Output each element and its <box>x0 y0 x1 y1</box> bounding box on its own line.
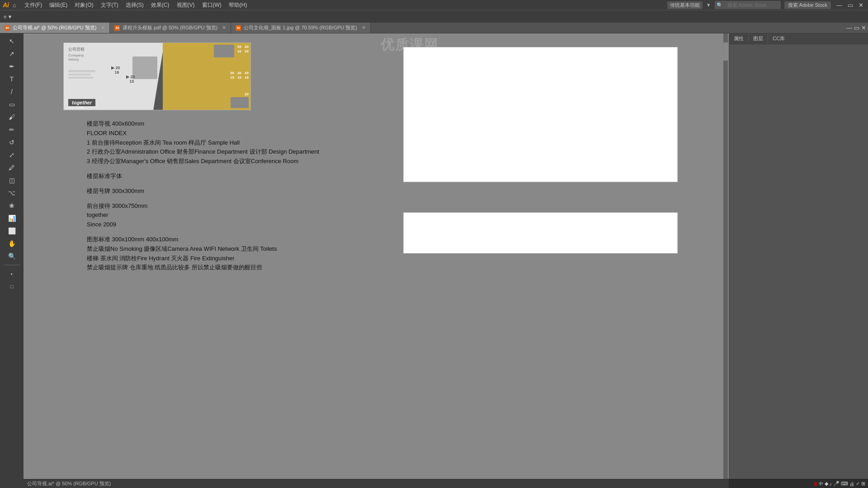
text-signs-list-2: 楼梯 茶水间 消防栓Fire Hydrant 灭火器 Fire Extingui… <box>87 254 408 263</box>
preview-year-2019: 2019 <box>237 71 241 80</box>
tab-bar: Ai 公司导视.ai* @ 50% (RGB/GPU 预览) ✕ Ai 课程片头… <box>0 23 868 33</box>
rotate-tool[interactable]: ↺ <box>2 136 22 148</box>
tab-bar-maximize[interactable]: ▭ <box>854 24 859 31</box>
tab-3[interactable]: Ai 公司文化墙_面板 1.jpg @ 70.59% (RGB/GPU 预览) … <box>231 23 371 33</box>
canvas-content: 优质课网 公司历程 Company history <box>24 33 728 488</box>
text-together: together <box>87 211 408 220</box>
preview-photo-top <box>214 45 234 57</box>
text-floor-index-en: FLOOR INDEX <box>87 129 408 138</box>
scale-tool[interactable]: ⤢ <box>2 149 22 161</box>
preview-year-2015: 2015 <box>230 71 234 80</box>
preview-year-2020: 2020 <box>245 45 249 53</box>
text-signs-note: 禁止吸烟提示牌 仓库重地 纸质品比较多 所以禁止吸烟要做的醒目些 <box>87 263 408 272</box>
right-panel-tabs: 属性 图层 CC库 <box>729 33 868 44</box>
text-floor-3: 3 经理办公室Manager's Office 销售部Sales Departm… <box>87 157 408 166</box>
stroke-color[interactable]: □ <box>2 281 22 292</box>
minimize-icon[interactable]: — <box>835 1 844 9</box>
preview-arrow-2: ▶ 20 15 <box>126 75 135 84</box>
preview-title-cn: 公司历程 <box>68 47 162 52</box>
symbol-tool[interactable]: ❀ <box>2 200 22 211</box>
scrollbar-thumb[interactable] <box>723 42 728 61</box>
menu-effect[interactable]: 效果(C) <box>147 1 173 9</box>
menu-right-area: 传统基本功能 ▼ 🔍 搜索 Adobe Stock — ▭ ✕ <box>667 1 865 9</box>
close-icon[interactable]: ✕ <box>857 1 865 9</box>
preview-year-2018: 2018 <box>245 71 249 80</box>
search-input[interactable] <box>725 1 779 9</box>
text-floor-2: 2 行政办公室Administration Office 财务部Finance … <box>87 147 408 157</box>
blend-tool[interactable]: ⌥ <box>2 187 22 199</box>
left-toolbar: ↖ ↗ ✒ T / ▭ 🖌 ✏ ↺ ⤢ 🖉 ◫ ⌥ ❀ 📊 ⬜ ✋ 🔍 ▪ □ <box>0 33 24 488</box>
type-tool[interactable]: T <box>2 73 22 85</box>
menu-object[interactable]: 对象(O) <box>71 1 97 9</box>
text-floor-sign-size: 楼层号牌 300x300mm <box>87 187 408 196</box>
right-panel-content <box>729 44 868 52</box>
status-artboard: 公司导视.ai* @ 50% (RGB/GPU 预览) <box>27 480 111 487</box>
document-text-content: 楼层导视 400x600mm FLOOR INDEX 1 前台接待Recepti… <box>87 119 408 272</box>
tab-3-close[interactable]: ✕ <box>362 25 366 31</box>
ime-cn: 中 <box>819 481 823 487</box>
traditional-mode-button[interactable]: 传统基本功能 <box>667 1 703 9</box>
white-artboard-2 <box>403 212 678 253</box>
text-since: Since 2009 <box>87 220 408 230</box>
artboard-tool[interactable]: ⬜ <box>2 225 22 237</box>
text-floor-guide-size: 楼层导视 400x600mm <box>87 119 408 129</box>
restore-icon[interactable]: ▭ <box>846 1 855 9</box>
menu-file[interactable]: 文件(F) <box>21 1 46 9</box>
preview-photo-placeholder <box>132 56 157 79</box>
tray-icon-7: ⊞ <box>861 481 865 487</box>
text-graphic-std: 图形标准 300x100mm 400x100mm <box>87 235 408 244</box>
artboard-thumbnail: 公司历程 Company history 2020 2016 <box>63 42 251 110</box>
tab-bar-close[interactable]: ✕ <box>861 24 866 31</box>
fill-color[interactable]: ▪ <box>2 268 22 280</box>
tray-icon-4: ⌨ <box>841 481 848 487</box>
line-tool[interactable]: / <box>2 86 22 98</box>
zoom-tool[interactable]: 🔍 <box>2 250 22 262</box>
sougou-icon: S <box>814 481 817 487</box>
right-properties-panel: 属性 图层 CC库 <box>729 33 868 488</box>
graph-tool[interactable]: 📊 <box>2 212 22 224</box>
tab-1[interactable]: Ai 公司导视.ai* @ 50% (RGB/GPU 预览) ✕ <box>0 23 110 33</box>
hand-tool[interactable]: ✋ <box>2 238 22 249</box>
text-reception-size: 前台接待 3000x750mm <box>87 202 408 211</box>
preview-text-line-3 <box>68 77 93 79</box>
tray-icon-3: 🎤 <box>833 481 840 487</box>
panel-tab-properties[interactable]: 属性 <box>729 33 749 44</box>
adobe-stock-button[interactable]: 搜索 Adobe Stock <box>784 1 831 9</box>
panel-tab-cc-libraries[interactable]: CC库 <box>768 33 789 44</box>
search-icon: 🔍 <box>717 2 723 8</box>
menu-text[interactable]: 文字(T) <box>97 1 122 9</box>
tab-3-label: 公司文化墙_面板 1.jpg @ 70.59% (RGB/GPU 预览) <box>244 24 357 31</box>
bottom-status-bar: 公司导视.ai* @ 50% (RGB/GPU 预览) <box>24 479 729 488</box>
vertical-scrollbar[interactable] <box>723 33 728 488</box>
preview-text-line-1 <box>68 70 95 72</box>
pencil-tool[interactable]: ✏ <box>2 124 22 136</box>
preview-text-line-2 <box>68 74 91 75</box>
panel-tab-layers[interactable]: 图层 <box>749 33 768 44</box>
paintbrush-tool[interactable]: 🖌 <box>2 111 22 123</box>
system-tray: S 中 ◆ ♪ 🎤 ⌨ 🖨 ✓ ⊞ <box>729 479 868 488</box>
tab-1-close[interactable]: ✕ <box>101 25 105 31</box>
tab-bar-minimize[interactable]: — <box>846 24 852 31</box>
controls-bar: ≡ ▼ <box>0 10 868 23</box>
menu-select[interactable]: 选择(S) <box>122 1 147 9</box>
panel-switch: ≡ ▼ <box>4 14 12 19</box>
tray-icon-2: ♪ <box>830 481 832 487</box>
menu-help[interactable]: 帮助(H) <box>225 1 251 9</box>
gradient-tool[interactable]: ◫ <box>2 174 22 186</box>
direct-selection-tool[interactable]: ↗ <box>2 48 22 60</box>
preview-together-text: together <box>68 99 95 106</box>
selection-tool[interactable]: ↖ <box>2 35 22 47</box>
tab-2[interactable]: Ai 课程片头模板.pdf @ 50% (RGB/GPU 预览) ✕ <box>110 23 231 33</box>
pen-tool[interactable]: ✒ <box>2 61 22 72</box>
text-floor-font: 楼层标准字体 <box>87 172 408 181</box>
menu-view[interactable]: 视图(V) <box>173 1 198 9</box>
search-bar: 🔍 <box>715 1 781 9</box>
preview-since-text: since 2008 <box>68 106 84 109</box>
menu-window[interactable]: 窗口(W) <box>198 1 225 9</box>
menu-edit[interactable]: 编辑(E) <box>46 1 71 9</box>
panel-dropdown[interactable]: ▼ <box>7 14 12 19</box>
preview-right-section: 2020 2016 2018 2019 2015 2017 <box>163 43 250 110</box>
rect-tool[interactable]: ▭ <box>2 99 22 110</box>
eyedropper-tool[interactable]: 🖉 <box>2 162 22 174</box>
tab-2-close[interactable]: ✕ <box>222 25 226 31</box>
